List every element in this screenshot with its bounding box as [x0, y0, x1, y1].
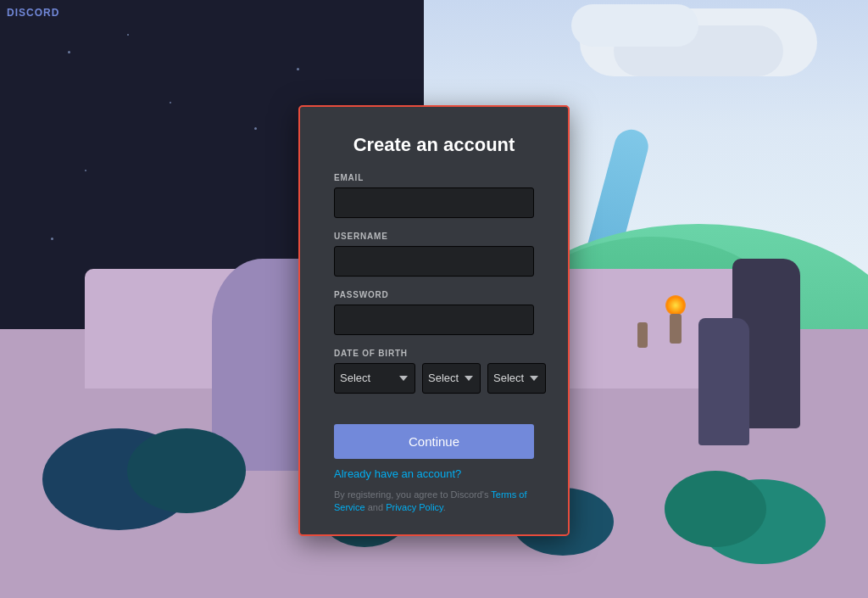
dob-year-select[interactable]: Select 20242023 20102005 20001995 199019…: [487, 363, 546, 394]
dob-month-select[interactable]: Select January February March April May …: [334, 363, 415, 394]
tos-text: By registering, you agree to Discord's T…: [334, 489, 534, 515]
modal-wrapper: Create an account EMAIL USERNAME PASSWOR…: [298, 105, 570, 537]
star: [68, 51, 70, 53]
username-group: USERNAME: [334, 232, 534, 277]
bush: [665, 471, 766, 547]
torch-fire: [665, 295, 686, 316]
email-group: EMAIL: [334, 173, 534, 218]
privacy-link[interactable]: Privacy Policy: [386, 502, 443, 512]
username-label: USERNAME: [334, 232, 534, 241]
star: [85, 170, 86, 171]
email-input[interactable]: [334, 187, 534, 218]
torch: [670, 314, 682, 344]
password-label: PASSWORD: [334, 290, 534, 299]
password-group: PASSWORD: [334, 290, 534, 335]
password-input[interactable]: [334, 305, 534, 335]
bush: [127, 428, 246, 513]
app-logo: DISCORD: [7, 7, 59, 19]
continue-button[interactable]: Continue: [334, 424, 534, 459]
username-input[interactable]: [334, 246, 534, 277]
dob-group: DATE OF BIRTH Select January February Ma…: [334, 349, 534, 394]
star: [297, 68, 299, 70]
star: [254, 127, 257, 130]
star: [170, 102, 171, 103]
modal-title: Create an account: [334, 134, 534, 156]
dob-row: Select January February March April May …: [334, 363, 534, 394]
rock: [698, 318, 749, 445]
dob-label: DATE OF BIRTH: [334, 349, 534, 358]
cloud: [571, 4, 698, 47]
dob-day-select[interactable]: Select 123 456 789 101112 131415 161718 …: [422, 363, 481, 394]
register-modal: Create an account EMAIL USERNAME PASSWOR…: [298, 105, 570, 537]
login-link[interactable]: Already have an account?: [334, 467, 534, 480]
star: [51, 238, 53, 240]
email-label: EMAIL: [334, 173, 534, 182]
torch: [637, 322, 648, 348]
star: [127, 34, 129, 36]
